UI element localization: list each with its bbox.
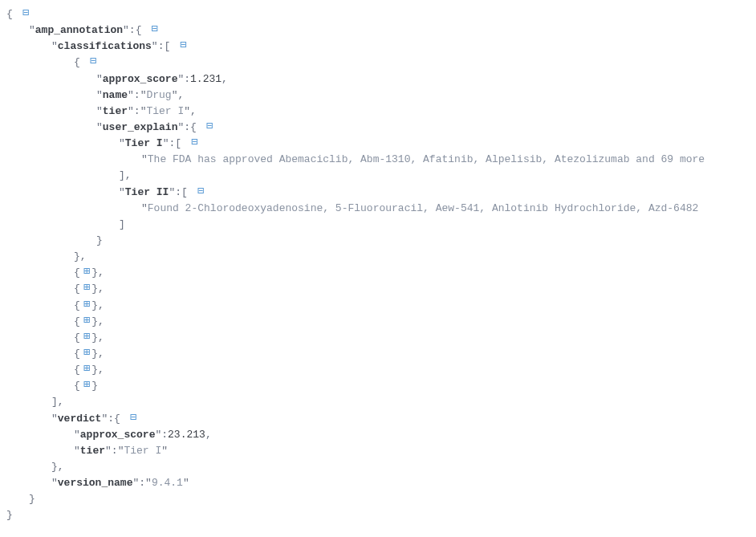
json-line: }, xyxy=(6,249,750,265)
json-line: { xyxy=(6,6,750,22)
json-number: 1.231 xyxy=(190,73,222,85)
expand-icon[interactable] xyxy=(83,331,90,342)
collapse-icon[interactable] xyxy=(151,23,157,35)
json-line: "verdict":{ xyxy=(6,411,750,427)
json-line: "Tier II":[ xyxy=(6,185,750,201)
expand-icon[interactable] xyxy=(83,347,90,358)
json-line: {}, xyxy=(6,346,750,362)
json-line: { xyxy=(6,55,750,71)
expand-icon[interactable] xyxy=(83,299,90,310)
expand-icon[interactable] xyxy=(83,363,90,374)
collapse-icon[interactable] xyxy=(180,39,186,51)
json-line: {}, xyxy=(6,330,750,346)
json-line: {}, xyxy=(6,298,750,314)
json-key: user_explain xyxy=(103,121,178,133)
json-key: tier xyxy=(103,105,128,117)
json-key: tier xyxy=(80,445,105,457)
json-key: amp_annotation xyxy=(35,24,123,36)
expand-icon[interactable] xyxy=(83,282,90,293)
json-line: "user_explain":{ xyxy=(6,120,750,136)
json-line: "amp_annotation":{ xyxy=(6,22,750,39)
json-line: }, xyxy=(6,459,750,475)
expand-icon[interactable] xyxy=(83,379,90,390)
json-string: Tier I xyxy=(146,105,184,117)
json-viewer: { "amp_annotation":{ "classifications":[… xyxy=(6,6,750,524)
json-line: "approx_score":23.213, xyxy=(6,427,750,443)
json-line: "version_name":"9.4.1" xyxy=(6,475,750,491)
brace-open: { xyxy=(6,8,13,20)
json-line: "tier":"Tier I", xyxy=(6,104,750,120)
json-line: "classifications":[ xyxy=(6,39,750,55)
json-string: Found 2-Chlorodeoxyadenosine, 5-Fluorour… xyxy=(148,202,699,214)
json-key: approx_score xyxy=(80,429,156,441)
json-line: {}, xyxy=(6,265,750,281)
json-string: Drug xyxy=(146,89,171,101)
json-key: Tier I xyxy=(125,137,163,149)
collapse-icon[interactable] xyxy=(206,120,213,132)
expand-icon[interactable] xyxy=(83,266,90,277)
json-line: ], xyxy=(6,394,750,410)
json-key: classifications xyxy=(58,40,152,52)
json-key: name xyxy=(103,89,128,101)
json-string: The FDA has approved Abemaciclib, Abm-13… xyxy=(148,153,705,165)
collapse-icon[interactable] xyxy=(22,7,29,18)
json-line: } xyxy=(6,233,750,249)
json-string: 9.4.1 xyxy=(152,477,183,489)
collapse-icon[interactable] xyxy=(197,185,204,197)
json-key: Tier II xyxy=(125,186,169,198)
json-line: "name":"Drug", xyxy=(6,87,750,104)
json-line: ], xyxy=(6,168,750,184)
json-string: Tier I xyxy=(124,445,161,457)
json-line: {}, xyxy=(6,281,750,297)
json-key: version_name xyxy=(58,477,133,489)
json-number: 23.213 xyxy=(168,429,205,441)
collapse-icon[interactable] xyxy=(90,55,96,67)
json-line: "tier":"Tier I" xyxy=(6,443,750,459)
collapse-icon[interactable] xyxy=(191,136,197,148)
json-key: verdict xyxy=(58,413,102,425)
json-line: "Tier I":[ xyxy=(6,136,750,152)
expand-icon[interactable] xyxy=(83,315,90,326)
json-line: ] xyxy=(6,217,750,233)
json-line: "The FDA has approved Abemaciclib, Abm-1… xyxy=(6,152,750,168)
json-line: "Found 2-Chlorodeoxyadenosine, 5-Fluorou… xyxy=(6,201,750,217)
json-line: {}, xyxy=(6,362,750,378)
json-key: approx_score xyxy=(103,73,178,85)
json-line: } xyxy=(6,507,750,523)
collapse-icon[interactable] xyxy=(130,412,136,423)
json-line: "approx_score":1.231, xyxy=(6,71,750,87)
json-line: } xyxy=(6,491,750,507)
json-line: {}, xyxy=(6,314,750,330)
json-line: {} xyxy=(6,378,750,394)
